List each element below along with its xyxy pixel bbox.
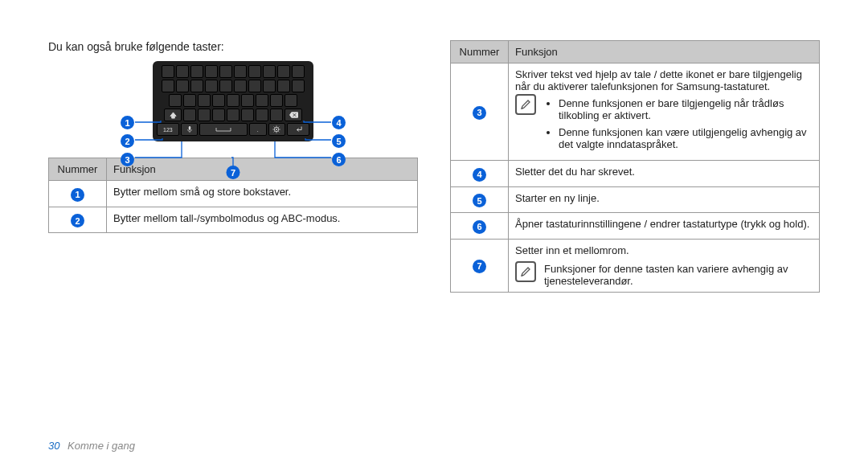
backspace-icon	[289, 112, 298, 118]
row-lead: Setter inn et mellomrom.	[515, 244, 813, 256]
table-header-num: Nummer	[49, 158, 107, 181]
mode-key: 123	[157, 123, 179, 136]
page-number: 30	[48, 440, 59, 452]
svg-line-9	[279, 131, 280, 132]
space-bar-icon	[215, 127, 232, 132]
row-lead: Skriver tekst ved hjelp av tale / dette …	[515, 68, 813, 92]
svg-rect-0	[188, 126, 190, 130]
shift-up-arrow-icon	[170, 112, 177, 119]
note-icon	[515, 261, 536, 282]
shift-key	[164, 109, 182, 121]
row-num: 3	[473, 106, 486, 120]
enter-key	[287, 123, 309, 136]
left-column: Du kan også bruke følgende taster:	[48, 40, 418, 293]
section-title: Komme i gang	[68, 440, 135, 452]
right-callouts: 4 5 6	[332, 116, 346, 166]
table-row: 3 Skriver tekst ved hjelp av tale / dett…	[451, 63, 820, 161]
settings-key	[268, 123, 286, 136]
right-function-table: Nummer Funksjon 3 Skriver tekst ved hjel…	[450, 40, 820, 293]
table-row: 7 Setter inn et mellomrom. Funksjoner fo…	[451, 239, 820, 292]
row-num: 7	[473, 260, 486, 273]
table-row: 1 Bytter mellom små og store bokstaver.	[49, 181, 418, 207]
microphone-icon	[186, 125, 193, 133]
page-footer: 30 Komme i gang	[48, 440, 135, 452]
table-row: 4 Sletter det du har skrevet.	[451, 161, 820, 187]
note-list: Denne funksjonen er bare tilgjengelig nå…	[559, 97, 813, 155]
backspace-key	[285, 109, 302, 121]
pencil-note-icon	[520, 99, 531, 110]
note-bullet: Denne funksjonen er bare tilgjengelig nå…	[559, 97, 813, 121]
pencil-note-icon	[520, 266, 531, 277]
table-header-fn: Funksjon	[509, 41, 820, 63]
svg-line-8	[274, 127, 275, 128]
row-num: 4	[473, 168, 486, 182]
row-num: 6	[473, 220, 486, 234]
note-icon	[515, 94, 536, 115]
keyboard-diagram: 123 .	[88, 61, 378, 141]
note-text: Funksjoner for denne tasten kan variere …	[544, 260, 813, 287]
row-num: 2	[71, 214, 84, 227]
row-text: Bytter mellom tall-/symbolmodus og ABC-m…	[107, 207, 418, 233]
mic-key	[181, 123, 199, 136]
keyboard-graphic: 123 .	[153, 61, 313, 141]
callout-1: 1	[121, 116, 134, 129]
left-callouts: 1 2 3	[121, 116, 134, 166]
gear-icon	[272, 125, 280, 133]
callout-3: 3	[121, 153, 134, 166]
row-text: Åpner tastaturinnstillingene / endrer ta…	[509, 213, 820, 240]
row-num: 1	[71, 188, 84, 202]
svg-point-3	[276, 129, 277, 130]
row-text: Starter en ny linje.	[509, 186, 820, 213]
callout-2: 2	[121, 134, 134, 148]
callout-4: 4	[332, 116, 346, 129]
table-header-num: Nummer	[451, 41, 509, 63]
callout-6: 6	[332, 153, 346, 166]
table-row: 2 Bytter mellom tall-/symbolmodus og ABC…	[49, 207, 418, 233]
row-num: 5	[473, 194, 486, 207]
note-bullet: Denne funksjonen kan være utilgjengelig …	[559, 126, 813, 150]
dot-key: .	[249, 123, 267, 136]
space-key	[199, 123, 247, 136]
table-row: 6 Åpner tastaturinnstillingene / endrer …	[451, 213, 820, 240]
row-text: Bytter mellom små og store bokstaver.	[107, 181, 418, 207]
svg-line-10	[274, 131, 275, 132]
bottom-callout: 7	[227, 166, 240, 179]
enter-icon	[294, 126, 303, 133]
svg-line-11	[279, 127, 280, 128]
table-row: 5 Starter en ny linje.	[451, 186, 820, 213]
callout-7: 7	[227, 166, 240, 179]
callout-5: 5	[332, 134, 346, 148]
intro-text: Du kan også bruke følgende taster:	[48, 40, 418, 53]
row-text: Sletter det du har skrevet.	[509, 161, 820, 187]
table-header-fn: Funksjon	[107, 158, 418, 181]
right-column: Nummer Funksjon 3 Skriver tekst ved hjel…	[450, 40, 820, 293]
